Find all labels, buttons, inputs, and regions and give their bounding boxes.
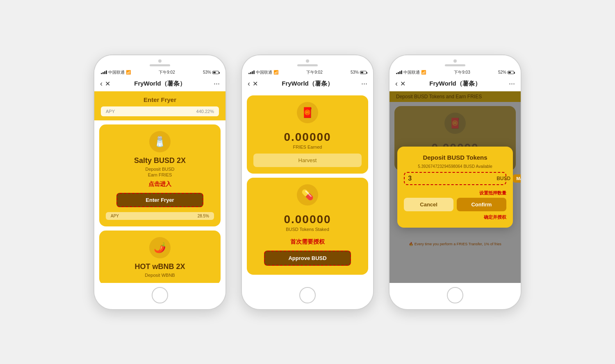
approve-busd-button[interactable]: Approve BUSD	[264, 251, 351, 266]
more-button-2[interactable]: ···	[361, 79, 367, 88]
phone-3-top	[390, 55, 521, 69]
camera-dot-3	[453, 59, 457, 63]
screen-1: Enter Fryer APY 440.22% 🧂 Salty BUSD 2X …	[94, 91, 226, 283]
nav-bar-3: ‹ ✕ FryWorld（薯条） ···	[390, 76, 521, 91]
wifi-icon-2: 📶	[273, 70, 278, 75]
modal-actions: Cancel Confirm	[404, 198, 506, 211]
harvest-button[interactable]: Harvest	[253, 154, 362, 167]
status-right-3: 52%	[498, 70, 514, 75]
close-button-3[interactable]: ✕	[400, 80, 405, 88]
more-button-3[interactable]: ···	[509, 79, 515, 88]
nav-bar-2: ‹ ✕ FryWorld（薯条） ···	[242, 76, 373, 91]
more-button-1[interactable]: ···	[214, 79, 220, 88]
signal-icon-2	[248, 70, 255, 74]
signal-icon	[101, 70, 107, 74]
currency-label: BUSD	[497, 176, 510, 181]
phone-1-top	[94, 55, 226, 69]
speaker-2	[297, 64, 318, 66]
card-title-1: Salty BUSD 2X	[134, 156, 186, 165]
apy-bar-top: APY 440.22%	[101, 106, 219, 116]
back-button-3[interactable]: ‹	[395, 79, 398, 88]
confirm-button-modal[interactable]: Confirm	[457, 198, 506, 211]
screen-2: 🧧 0.00000 FRIES Earned Harvest 💊 0.00000…	[242, 91, 373, 283]
status-left-3: 中国联通 📶	[396, 70, 426, 75]
modal-overlay[interactable]: Deposit BUSD Tokens 5.392674723294598064…	[390, 91, 521, 283]
apy-value-top: 440.22%	[196, 109, 214, 114]
nav-title-1: FryWorld（薯条）	[134, 80, 186, 88]
battery-pct-1: 53%	[203, 70, 211, 75]
fries-earned-card: 🧧 0.00000 FRIES Earned Harvest	[247, 95, 368, 174]
enter-fryer-top: Enter Fryer APY 440.22%	[94, 91, 226, 120]
status-bar-2: 中国联通 📶 下午9:02 53%	[242, 69, 373, 76]
card-title-2: HOT wBNB 2X	[134, 262, 185, 271]
status-bar-3: 中国联通 📶 下午9:03 52%	[390, 69, 521, 76]
first-time-label: 首次需要授权	[290, 238, 325, 246]
card-sub1-2: Deposit WBNB	[145, 273, 175, 278]
max-button[interactable]: Max	[513, 174, 521, 183]
speaker-3	[445, 64, 465, 66]
fries-earned-label: FRIES Earned	[293, 145, 322, 149]
pill-icon: 💊	[297, 184, 318, 206]
status-bar-1: 中国联通 📶 下午9:02 53%	[94, 69, 226, 76]
camera-dot	[158, 59, 162, 63]
busd-amount: 0.00000	[284, 213, 331, 226]
camera-dot-2	[306, 59, 309, 63]
phone-bottom-1	[94, 283, 226, 309]
battery-pct-3: 52%	[498, 70, 506, 75]
time-3: 下午9:03	[454, 70, 470, 75]
phone-3: 中国联通 📶 下午9:03 52% ‹ ✕ FryWorld（薯条） ··· D…	[390, 55, 521, 309]
enter-fryer-title: Enter Fryer	[101, 96, 219, 103]
time-2: 下午9:02	[306, 70, 322, 75]
modal-input-row: BUSD Max	[404, 172, 506, 185]
nav-bar-1: ‹ ✕ FryWorld（薯条） ···	[94, 76, 226, 91]
signal-icon-3	[396, 70, 402, 74]
time-1: 下午9:02	[159, 70, 175, 75]
home-button-3[interactable]	[447, 287, 463, 303]
card-sub1-1: Deposit BUSD	[146, 167, 175, 172]
status-left-1: 中国联通 📶	[101, 70, 131, 75]
enter-fryer-btn-1[interactable]: Enter Fryer	[116, 193, 203, 207]
screen-scroll-1[interactable]: Enter Fryer APY 440.22% 🧂 Salty BUSD 2X …	[94, 91, 226, 283]
carrier-2: 中国联通	[256, 70, 272, 75]
red-label-1: 点击进入	[148, 181, 171, 188]
wifi-icon-3: 📶	[421, 70, 426, 75]
home-button-1[interactable]	[152, 287, 168, 303]
battery-pct-2: 53%	[351, 70, 359, 75]
salty-busd-card: 🧂 Salty BUSD 2X Deposit BUSD Earn FRIES …	[99, 124, 221, 226]
modal-title: Deposit BUSD Tokens	[404, 154, 506, 161]
screen-3: Deposit BUSD Tokens and Earn FRIES 🧧 0.0…	[390, 91, 521, 283]
speaker	[150, 64, 170, 66]
deposit-amount-input[interactable]	[408, 175, 494, 182]
back-button-2[interactable]: ‹	[248, 79, 250, 88]
nav-title-2: FryWorld（薯条）	[282, 80, 333, 88]
fries-amount: 0.00000	[284, 131, 331, 144]
battery-icon-2	[360, 71, 367, 74]
cancel-button-modal[interactable]: Cancel	[404, 198, 453, 211]
chili-icon: 🌶️	[149, 237, 171, 258]
battery-icon-3	[508, 71, 514, 74]
apy-label-card-1: APY	[111, 214, 119, 218]
close-button-1[interactable]: ✕	[105, 80, 110, 88]
wifi-icon-1: 📶	[126, 70, 131, 75]
red-input-label: 设置抵押数量	[404, 190, 506, 196]
hot-wbnb-card: 🌶️ HOT wBNB 2X Deposit WBNB	[99, 231, 221, 283]
nav-title-3: FryWorld（薯条）	[429, 80, 481, 88]
back-button-1[interactable]: ‹	[100, 79, 102, 88]
close-button-2[interactable]: ✕	[253, 80, 258, 88]
apy-bar-card-1: APY 28.5%	[106, 212, 214, 220]
red-confirm-label: 确定并授权	[484, 215, 506, 219]
phone-2: 中国联通 📶 下午9:02 53% ‹ ✕ FryWorld（薯条） ··· 🧧…	[242, 55, 373, 309]
busd-staked-label: BUSD Tokens Staked	[286, 227, 329, 232]
phone-1: 中国联通 📶 下午9:02 53% ‹ ✕ FryWorld（薯条） ··· E…	[94, 55, 226, 309]
phone-2-top	[242, 55, 373, 69]
salt-icon: 🧂	[149, 131, 171, 152]
card-sub2-1: Earn FRIES	[148, 172, 172, 177]
deposit-modal: Deposit BUSD Tokens 5.392674723294598064…	[397, 147, 513, 228]
busd-staked-card: 💊 0.00000 BUSD Tokens Staked 首次需要授权 Appr…	[247, 178, 368, 275]
battery-icon-1	[212, 71, 219, 74]
screen-scroll-2[interactable]: 🧧 0.00000 FRIES Earned Harvest 💊 0.00000…	[242, 91, 373, 283]
home-button-2[interactable]	[299, 287, 316, 303]
hongbao-icon: 🧧	[297, 102, 318, 123]
status-right-1: 53%	[203, 70, 219, 75]
phone-bottom-3	[390, 283, 521, 309]
